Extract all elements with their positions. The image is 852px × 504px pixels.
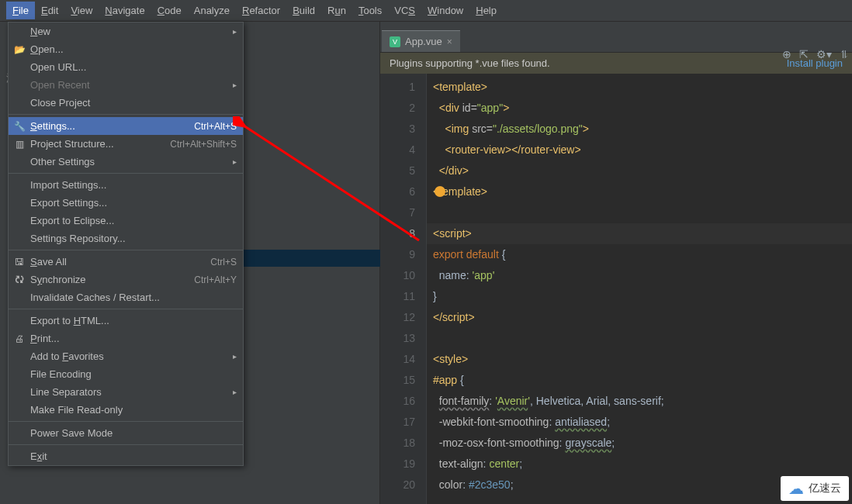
code-line[interactable]: font-family: 'Avenir', Helvetica, Arial,… <box>433 391 846 412</box>
hide-icon[interactable]: ⥮ <box>840 48 849 60</box>
menu-view[interactable]: View <box>64 2 99 19</box>
code-line[interactable]: name: 'app' <box>433 265 846 286</box>
watermark-text: 亿速云 <box>809 482 841 495</box>
collapse-icon[interactable]: ⇱ <box>799 48 809 60</box>
code-line[interactable]: </div> <box>433 161 846 181</box>
intention-bulb-icon[interactable] <box>435 186 445 197</box>
submenu-arrow-icon: ▸ <box>233 81 237 89</box>
menu-analyze[interactable]: Analyze <box>188 2 236 19</box>
locate-icon[interactable]: ⊕ <box>782 48 791 60</box>
line-number: 4 <box>383 140 415 161</box>
code-area[interactable]: <template> <div id="app"> <img src="./as… <box>427 74 852 504</box>
menu-help[interactable]: Help <box>469 2 503 19</box>
code-line[interactable]: #app { <box>433 370 846 391</box>
shortcut: Ctrl+S <box>210 257 237 268</box>
code-editor[interactable]: 1234567891011121314151617181920 <templat… <box>380 74 852 504</box>
code-line[interactable]: <div id="app"> <box>433 98 846 119</box>
menu-item-export-to-html[interactable]: Export to HTML... <box>9 312 243 330</box>
line-number: 15 <box>383 370 415 391</box>
line-number: 18 <box>383 433 415 454</box>
submenu-arrow-icon: ▸ <box>233 157 237 166</box>
menu-item-add-to-favorites[interactable]: Add to Favorites▸ <box>9 347 243 365</box>
menu-item-open-url[interactable]: Open URL... <box>9 58 243 76</box>
menu-run[interactable]: Run <box>321 2 352 19</box>
menu-item-settings-repository[interactable]: Settings Repository... <box>9 230 243 247</box>
menu-item-export-to-eclipse[interactable]: Export to Eclipse... <box>9 212 243 230</box>
code-line[interactable]: } <box>433 286 846 307</box>
line-number: 19 <box>383 454 415 475</box>
code-line[interactable]: <template> <box>433 181 846 202</box>
code-line[interactable]: export default { <box>433 244 846 265</box>
menu-item-print[interactable]: 🖨Print... <box>9 330 243 347</box>
cloud-icon: ☁ <box>788 479 804 498</box>
code-line[interactable]: -webkit-font-smoothing: antialiased; <box>433 412 846 433</box>
menu-vcs[interactable]: VCS <box>388 2 421 19</box>
submenu-arrow-icon: ▸ <box>233 388 237 396</box>
notice-text: Plugins supporting *.vue files found. <box>390 57 550 69</box>
menu-window[interactable]: Window <box>421 2 469 19</box>
folder-icon: 📂 <box>13 43 26 56</box>
menu-item-line-separators[interactable]: Line Separators▸ <box>9 383 243 401</box>
code-line[interactable]: <template> <box>433 77 846 98</box>
menu-item-label: Power Save Mode <box>30 427 113 439</box>
menu-separator <box>9 309 243 309</box>
menu-item-label: Project Structure... <box>30 138 114 150</box>
close-icon[interactable]: × <box>447 36 452 47</box>
menu-item-label: Export Settings... <box>30 197 107 209</box>
line-number: 1 <box>383 77 415 98</box>
menu-item-label: File Encoding <box>30 368 92 380</box>
menu-item-label: Invalidate Caches / Restart... <box>30 292 160 303</box>
menu-item-other-settings[interactable]: Other Settings▸ <box>9 153 243 171</box>
code-line[interactable]: <script> <box>427 223 852 244</box>
menu-item-new[interactable]: New▸ <box>9 22 243 40</box>
menu-tools[interactable]: Tools <box>352 2 388 19</box>
watermark: ☁ 亿速云 <box>781 476 849 501</box>
code-line[interactable]: -moz-osx-font-smoothing: grayscale; <box>433 433 846 454</box>
menu-item-import-settings[interactable]: Import Settings... <box>9 176 243 194</box>
code-line[interactable] <box>433 202 846 223</box>
menu-item-file-encoding[interactable]: File Encoding <box>9 365 243 383</box>
code-line[interactable]: <style> <box>433 349 846 370</box>
code-line[interactable]: <img src="./assets/logo.png"> <box>433 119 846 140</box>
code-line[interactable]: text-align: center; <box>433 454 846 475</box>
tab-app-vue[interactable]: V App.vue × <box>382 30 460 52</box>
menu-build[interactable]: Build <box>286 2 321 19</box>
menu-item-power-save-mode[interactable]: Power Save Mode <box>9 424 243 442</box>
menu-item-synchronize[interactable]: 🗘SynchronizeCtrl+Alt+Y <box>9 271 243 288</box>
menu-item-exit[interactable]: Exit <box>9 447 243 465</box>
menu-navigate[interactable]: Navigate <box>99 2 151 19</box>
menu-item-open-recent[interactable]: Open Recent▸ <box>9 76 243 94</box>
menu-file[interactable]: File <box>6 2 35 19</box>
line-number: 9 <box>383 244 415 265</box>
menu-item-invalidate-caches-restart[interactable]: Invalidate Caches / Restart... <box>9 288 243 306</box>
menu-item-save-all[interactable]: 🖫Save AllCtrl+S <box>9 253 243 271</box>
shortcut: Ctrl+Alt+Shift+S <box>170 139 237 150</box>
menu-item-make-file-read-only[interactable]: Make File Read-only <box>9 401 243 419</box>
line-number: 7 <box>383 202 415 223</box>
menu-item-label: Import Settings... <box>30 179 106 191</box>
selected-file-row[interactable] <box>244 250 380 267</box>
menu-refactor[interactable]: Refactor <box>236 2 286 19</box>
line-number: 20 <box>383 475 415 495</box>
menu-code[interactable]: Code <box>151 2 188 19</box>
gear-icon[interactable]: ⚙▾ <box>816 48 832 60</box>
menu-separator <box>9 421 243 422</box>
code-line[interactable]: </script> <box>433 307 846 328</box>
menu-item-label: Open... <box>30 43 64 55</box>
menu-item-project-structure[interactable]: ▥Project Structure...Ctrl+Alt+Shift+S <box>9 135 243 153</box>
menu-item-label: Export to HTML... <box>30 315 109 326</box>
menu-edit[interactable]: Edit <box>35 2 64 19</box>
project-toolbar: ⊕ ⇱ ⚙▾ ⥮ <box>782 48 849 60</box>
code-line[interactable] <box>433 328 846 349</box>
line-number: 16 <box>383 391 415 412</box>
menu-item-settings[interactable]: 🔧Settings...Ctrl+Alt+S <box>9 117 243 135</box>
menu-item-export-settings[interactable]: Export Settings... <box>9 194 243 212</box>
save-icon: 🖫 <box>13 256 26 268</box>
code-line[interactable]: <router-view></router-view> <box>433 140 846 161</box>
tab-label: App.vue <box>405 36 442 47</box>
shortcut: Ctrl+Alt+Y <box>194 274 237 285</box>
menu-item-label: Settings Repository... <box>30 233 126 244</box>
menu-item-open[interactable]: 📂Open... <box>9 40 243 58</box>
line-number: 13 <box>383 328 415 349</box>
menu-item-close-project[interactable]: Close Project <box>9 94 243 112</box>
